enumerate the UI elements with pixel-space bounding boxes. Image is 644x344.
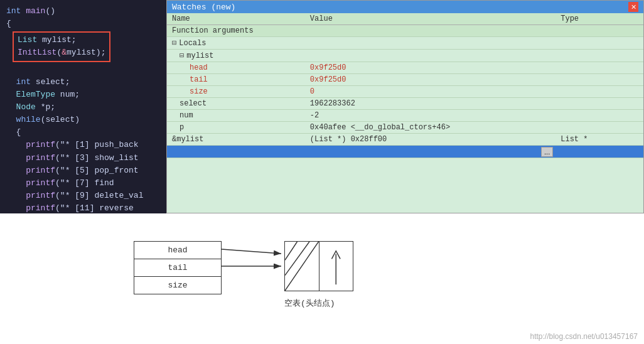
section-function-args: Function arguments	[167, 25, 643, 37]
list-struct-box: head tail size	[134, 241, 222, 294]
watches-close-button[interactable]: ✕	[628, 2, 638, 12]
code-line: int main()	[6, 5, 160, 18]
node-right	[319, 242, 353, 291]
row-size: size 0	[167, 86, 643, 98]
row-num: num -2	[167, 110, 643, 122]
watches-title: Watches (new)	[172, 3, 235, 12]
cell-tail: tail	[134, 259, 221, 277]
code-line: int select;	[6, 76, 160, 89]
svg-line-4	[222, 249, 281, 254]
code-panel: int main() { List mylist; InitList(&myli…	[0, 0, 166, 213]
watermark: http://blog.csdn.net/u013457167	[530, 332, 638, 341]
code-line: InitList(&mylist);	[18, 46, 105, 59]
cell-head: head	[134, 242, 221, 259]
code-line: List mylist;	[18, 34, 105, 46]
node-box	[284, 241, 353, 291]
code-line: Node *p;	[6, 101, 160, 114]
cell-size: size	[134, 277, 221, 294]
watches-titlebar: Watches (new) ✕	[167, 1, 643, 13]
row-locals: ⊟Locals	[167, 37, 643, 50]
code-line: {	[6, 18, 160, 30]
highlight-block: List mylist; InitList(&mylist);	[13, 31, 110, 62]
code-line: printf("* [7] find	[6, 177, 160, 190]
row-head: head 0x9f25d0	[167, 62, 643, 74]
code-line: printf("* [1] push_back	[6, 139, 160, 151]
watches-panel: Watches (new) ✕ Name Value Type Function…	[166, 0, 644, 213]
row-mylist-addr: &mylist (List *) 0x28ff00 List *	[167, 134, 643, 146]
diagram-container: head tail size	[102, 228, 542, 329]
svg-line-1	[285, 242, 309, 276]
empty-label: 空表(头结点)	[284, 298, 335, 309]
watches-table: Name Value Type Function arguments ⊟Loca…	[167, 13, 643, 213]
svg-line-0	[285, 242, 319, 291]
diagram-area: head tail size	[0, 213, 644, 344]
col-type: Type	[555, 13, 643, 25]
node-left	[285, 242, 319, 291]
col-name: Name	[167, 13, 305, 25]
code-line: printf("* [11] reverse	[6, 202, 160, 213]
svg-line-2	[285, 242, 297, 260]
code-line: {	[6, 126, 160, 139]
code-line: printf("* [3] show_list	[6, 152, 160, 164]
code-line: while(select)	[6, 114, 160, 126]
row-mylist: ⊟mylist	[167, 50, 643, 62]
watches-ellipsis-button[interactable]: ...	[541, 147, 553, 157]
code-line	[6, 63, 160, 76]
watch-input[interactable]	[172, 147, 266, 156]
row-select: select 1962283362	[167, 98, 643, 110]
row-tail: tail 0x9f25d0	[167, 74, 643, 86]
code-line: printf("* [5] pop_front	[6, 164, 160, 177]
row-blue-input[interactable]: ...	[167, 146, 643, 158]
col-value: Value	[305, 13, 555, 25]
code-line: ElemType num;	[6, 89, 160, 101]
row-p: p 0x40afee <__do_global_ctors+46>	[167, 122, 643, 134]
code-line: printf("* [9] delete_val	[6, 190, 160, 202]
